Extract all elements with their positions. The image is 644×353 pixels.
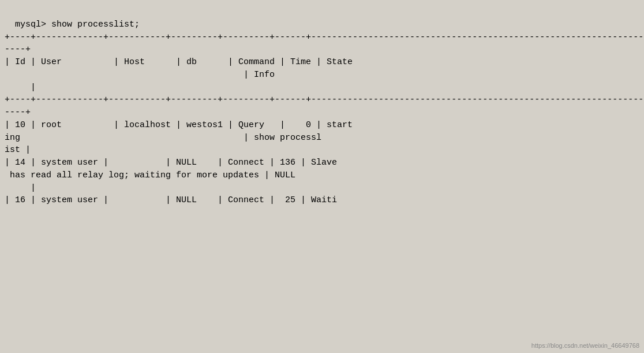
terminal-content: mysql> show processlist; +----+---------… xyxy=(5,20,644,206)
watermark: https://blog.csdn.net/weixin_46649768 xyxy=(531,341,639,351)
command-line: mysql> show processlist; +----+---------… xyxy=(5,20,644,206)
terminal-window: mysql> show processlist; +----+---------… xyxy=(0,0,644,353)
